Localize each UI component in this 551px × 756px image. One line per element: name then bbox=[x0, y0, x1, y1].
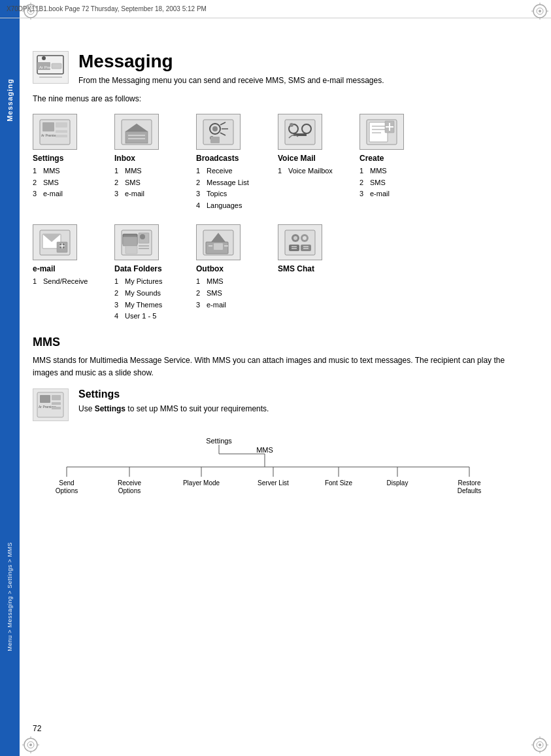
svg-rect-32 bbox=[52, 63, 61, 69]
svg-rect-99 bbox=[40, 395, 50, 403]
svg-rect-35 bbox=[42, 122, 54, 131]
nine-menus-label: The nine menus are as follows: bbox=[33, 94, 531, 103]
smschat-icon bbox=[278, 224, 322, 260]
menu-row-1: Ar Premiere Settings 1MMS 2SMS 3e-mail bbox=[33, 114, 531, 211]
title-text-block: Messaging From the Messaging menu you ca… bbox=[78, 51, 384, 86]
page-number: 72 bbox=[33, 724, 41, 733]
outbox-icon bbox=[196, 224, 241, 260]
messaging-title-icon: Ar Premiere bbox=[33, 51, 69, 84]
svg-rect-39 bbox=[56, 135, 67, 137]
settings-subsection: Ar Premiere Settings Use Settings to set… bbox=[33, 388, 531, 421]
settings-label: Settings bbox=[33, 154, 101, 163]
menu-item-smschat: SMS Chat bbox=[278, 224, 346, 322]
settings-icon: Ar Premiere bbox=[33, 114, 77, 150]
svg-rect-92 bbox=[289, 245, 299, 251]
settings-subheading: Settings bbox=[78, 388, 269, 400]
sidebar-breadcrumb: Menu > Messaging > Settings > MMS bbox=[7, 542, 13, 651]
svg-rect-75 bbox=[123, 237, 137, 246]
menu-item-broadcasts: Broadcasts 1Receive 2Message List 3Topic… bbox=[196, 114, 265, 211]
svg-point-29 bbox=[42, 56, 46, 60]
svg-point-9 bbox=[539, 10, 541, 12]
menu-item-settings: Ar Premiere Settings 1MMS 2SMS 3e-mail bbox=[33, 114, 101, 211]
svg-rect-37 bbox=[56, 122, 67, 128]
inbox-icon bbox=[114, 114, 159, 150]
svg-text:Receive: Receive bbox=[118, 479, 142, 487]
voicemail-label: Voice Mail bbox=[278, 154, 346, 163]
settings-subsection-content: Settings Use Settings to set up MMS to s… bbox=[78, 388, 269, 415]
broadcasts-subitems: 1Receive 2Message List 3Topics 4Language… bbox=[196, 165, 265, 211]
smschat-label: SMS Chat bbox=[278, 264, 346, 273]
mms-heading: MMS bbox=[33, 335, 531, 349]
header-bar: X70DPK11B1.book Page 72 Thursday, Septem… bbox=[0, 0, 551, 18]
svg-rect-87 bbox=[285, 230, 315, 255]
svg-point-78 bbox=[140, 234, 145, 239]
page-title-section: Ar Premiere Messaging From the Messaging… bbox=[33, 51, 531, 86]
svg-text:Display: Display bbox=[387, 479, 409, 487]
svg-rect-52 bbox=[210, 137, 220, 143]
svg-rect-76 bbox=[125, 246, 137, 254]
svg-text:Server List: Server List bbox=[258, 479, 289, 487]
svg-point-57 bbox=[290, 123, 293, 127]
email-icon bbox=[33, 224, 77, 260]
settings-body: Use Settings to set up MMS to suit your … bbox=[78, 403, 269, 415]
menu-item-datafolders: Data Folders 1My Pictures 2My Sounds 3My… bbox=[114, 224, 183, 322]
svg-rect-93 bbox=[301, 245, 311, 251]
voicemail-subitems: 1Voice Mailbox bbox=[278, 165, 346, 177]
svg-point-47 bbox=[212, 126, 218, 131]
svg-text:Options: Options bbox=[118, 487, 141, 494]
svg-rect-101 bbox=[52, 395, 61, 400]
menu-row-2: e-mail 1Send/Receive Data Folders bbox=[33, 224, 531, 322]
menu-item-voicemail: Voice Mail 1Voice Mailbox bbox=[278, 114, 346, 211]
svg-rect-102 bbox=[52, 402, 61, 405]
sidebar-messaging-label: Messaging bbox=[6, 78, 14, 122]
svg-rect-38 bbox=[56, 130, 67, 133]
svg-point-2 bbox=[29, 10, 32, 12]
menu-item-outbox: Outbox 1MMS 2SMS 3e-mail bbox=[196, 224, 265, 322]
settings-subitems: 1MMS 2SMS 3e-mail bbox=[33, 165, 101, 200]
svg-rect-42 bbox=[125, 131, 148, 143]
svg-text:Options: Options bbox=[56, 487, 78, 494]
broadcasts-label: Broadcasts bbox=[196, 154, 265, 163]
svg-text:Font Size: Font Size bbox=[325, 479, 353, 487]
email-subitems: 1Send/Receive bbox=[33, 276, 101, 288]
settings-subsection-icon: Ar Premiere bbox=[33, 388, 69, 421]
svg-point-90 bbox=[293, 236, 297, 240]
svg-rect-103 bbox=[52, 407, 61, 409]
menu-item-inbox: Inbox 1MMS 2SMS 3e-mail bbox=[114, 114, 183, 211]
mms-body: MMS stands for Multimedia Message Servic… bbox=[33, 354, 531, 379]
page-title: Messaging bbox=[78, 51, 384, 72]
menu-item-email: e-mail 1Send/Receive bbox=[33, 224, 101, 322]
broadcasts-icon bbox=[196, 114, 241, 150]
page-title-desc: From the Messaging menu you can send and… bbox=[78, 75, 384, 86]
svg-text:Restore: Restore bbox=[458, 479, 480, 487]
main-content: Ar Premiere Messaging From the Messaging… bbox=[20, 18, 551, 756]
email-label: e-mail bbox=[33, 264, 101, 273]
svg-text:MMS: MMS bbox=[256, 446, 273, 454]
svg-text:Defaults: Defaults bbox=[458, 487, 482, 494]
inbox-subitems: 1MMS 2SMS 3e-mail bbox=[114, 165, 183, 200]
svg-text:Settings: Settings bbox=[206, 437, 232, 445]
svg-text:Player Mode: Player Mode bbox=[183, 479, 220, 487]
inbox-label: Inbox bbox=[114, 154, 183, 163]
sidebar: Messaging Menu > Messaging > Settings > … bbox=[0, 0, 20, 756]
create-subitems: 1MMS 2SMS 3e-mail bbox=[359, 165, 428, 200]
menu-item-create: Create 1MMS 2SMS 3e-mail bbox=[359, 114, 428, 211]
voicemail-icon bbox=[278, 114, 322, 150]
svg-text:Send: Send bbox=[59, 479, 74, 487]
tree-diagram: Settings MMS Send Options Receive Option… bbox=[33, 434, 531, 513]
svg-point-91 bbox=[303, 236, 307, 240]
datafolders-icon bbox=[114, 224, 159, 260]
outbox-label: Outbox bbox=[196, 264, 265, 273]
outbox-subitems: 1MMS 2SMS 3e-mail bbox=[196, 276, 265, 311]
svg-rect-84 bbox=[214, 243, 223, 250]
datafolders-subitems: 1My Pictures 2My Sounds 3My Themes 4User… bbox=[114, 276, 183, 322]
create-label: Create bbox=[359, 154, 428, 163]
create-icon bbox=[359, 114, 404, 150]
datafolders-label: Data Folders bbox=[114, 264, 183, 273]
